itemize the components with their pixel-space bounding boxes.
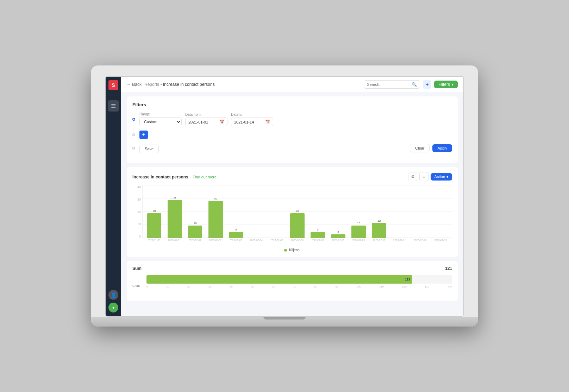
h-bar-value: 121 xyxy=(405,278,410,281)
h-axis-label: 80 xyxy=(314,285,317,288)
action-chevron-icon: ▾ xyxy=(446,175,449,179)
sidebar-bottom: 👤 ● xyxy=(108,290,118,312)
app-layout: S ☰ 👤 ● ← Ba xyxy=(106,77,463,316)
bar-item[interactable]: 20 xyxy=(144,209,164,238)
bar-item[interactable] xyxy=(389,185,410,238)
add-button[interactable]: + xyxy=(423,80,431,89)
chart-section: Increase in contact persons Find out mor… xyxy=(127,167,458,257)
status-indicator[interactable]: ● xyxy=(108,303,118,312)
sum-section: Sum 121 Clent 121 0102030405060708090100… xyxy=(127,261,458,301)
bar-item[interactable]: 31 xyxy=(164,196,185,238)
bar-item[interactable] xyxy=(267,185,287,238)
search-box[interactable]: 🔍 xyxy=(364,80,420,89)
range-select[interactable]: Custom xyxy=(139,117,182,126)
x-axis-label: 2023-02-05 xyxy=(267,239,287,245)
bar-label: 10 xyxy=(194,222,197,225)
filter-date-from-field: Data from 2021-01-01 📅 xyxy=(185,113,227,126)
bar-item[interactable]: 5 xyxy=(226,228,246,238)
bar-label: 5 xyxy=(235,228,237,231)
h-axis-label: 40 xyxy=(230,285,233,288)
chart-y-axis: 010203040 xyxy=(132,185,142,238)
settings-icon: ⚙ xyxy=(411,174,415,179)
filters-section-title: Filters xyxy=(132,102,452,107)
avatar[interactable]: 👤 xyxy=(108,290,118,300)
breadcrumb-parent[interactable]: Reports xyxy=(144,82,159,87)
chart-header: Increase in contact persons Find out mor… xyxy=(132,172,452,181)
laptop-base xyxy=(91,317,478,327)
apply-button[interactable]: Apply xyxy=(432,144,452,152)
bar-item[interactable]: 30 xyxy=(205,197,226,238)
chart-star-icon[interactable]: ☆ xyxy=(419,172,429,181)
date-from-label: Data from xyxy=(185,113,227,116)
chart-settings-icon[interactable]: ⚙ xyxy=(408,172,417,181)
date-to-input[interactable]: 2021-01-14 📅 xyxy=(231,118,273,126)
chart-header-left: Increase in contact persons Find out mor… xyxy=(132,173,217,180)
bar-label: 5 xyxy=(317,228,318,231)
bar xyxy=(351,226,366,238)
x-axis-label: 2023-02-08 xyxy=(328,239,348,245)
action-dropdown-button[interactable]: Action ▾ xyxy=(431,173,452,181)
calendar-to-icon: 📅 xyxy=(265,120,270,124)
online-icon: ● xyxy=(112,305,114,310)
bar-item[interactable]: 3 xyxy=(328,230,349,238)
sum-title: Sum xyxy=(132,266,142,271)
breadcrumb-separator: • xyxy=(160,82,163,87)
filter-row-add: + xyxy=(132,131,452,139)
bar-label: 20 xyxy=(153,209,156,213)
h-axis-label: 10 xyxy=(166,285,169,288)
y-axis-label: 20 xyxy=(132,210,142,214)
sum-total: 121 xyxy=(445,266,452,271)
avatar-icon: 👤 xyxy=(111,292,117,298)
chart-grid-area: 20311030520531012 xyxy=(142,185,452,238)
bar-item[interactable]: 12 xyxy=(369,219,389,238)
bar-label: 20 xyxy=(296,209,299,213)
bar-item[interactable]: 10 xyxy=(185,222,205,238)
chart-actions: ⚙ ☆ Action ▾ xyxy=(408,172,452,181)
bar-label: 12 xyxy=(377,219,381,222)
x-axis-label: 2023-02-01 xyxy=(185,239,205,245)
date-from-input[interactable]: 2021-01-01 📅 xyxy=(185,118,227,126)
x-axis-label: 2023-02-10 xyxy=(369,239,389,245)
x-axis-label: 2023-02-07 xyxy=(307,239,328,245)
chart-legend: Klijenci xyxy=(132,248,452,252)
sidebar-logo[interactable]: S xyxy=(108,80,118,90)
add-filter-button[interactable]: + xyxy=(139,131,148,139)
search-input[interactable] xyxy=(367,82,410,87)
find-out-more-link[interactable]: Find out more xyxy=(193,175,217,179)
sidebar-nav-icon[interactable]: ☰ xyxy=(108,100,119,112)
filters-label: Filters xyxy=(438,82,450,87)
top-bar-right: 🔍 + Filters ▾ xyxy=(364,80,458,89)
h-bar-track: 121 xyxy=(146,275,452,284)
back-button[interactable]: ← Back xyxy=(127,82,142,87)
date-from-value: 2021-01-01 xyxy=(188,120,208,124)
filters-button[interactable]: Filters ▾ xyxy=(434,81,458,88)
h-axis-label: 130 xyxy=(425,285,429,288)
x-axis-label: 2023-02-06 xyxy=(287,239,307,245)
filter-group-date: Range Custom Data from 2021-01-01 xyxy=(139,112,273,126)
filter-row-actions: Save Clear Apply xyxy=(132,143,452,153)
save-button[interactable]: Save xyxy=(139,145,159,153)
laptop-shell: S ☰ 👤 ● ← Ba xyxy=(91,65,478,327)
bar-item[interactable] xyxy=(430,185,451,238)
bar-item[interactable] xyxy=(246,185,267,238)
x-labels-row: 2023-01-302023-01-312023-02-012023-02-02… xyxy=(142,239,452,245)
h-bar-label: Clent xyxy=(132,284,140,287)
filters-section: Filters Range Custom xyxy=(127,96,458,163)
horizontal-bar-container: Clent 121 010203040506070809010011012013… xyxy=(132,275,452,296)
bar-item[interactable]: 10 xyxy=(349,222,369,238)
action-label: Action xyxy=(434,175,445,179)
clear-button[interactable]: Clear xyxy=(410,144,430,152)
bar-item[interactable]: 20 xyxy=(287,209,307,238)
filter-date-to-field: Data to 2021-01-14 📅 xyxy=(231,113,273,126)
h-axis-label: 20 xyxy=(187,285,190,288)
page-body: Filters Range Custom xyxy=(121,92,463,316)
x-axis-label: 2023-02-13 xyxy=(430,239,451,245)
bars-row: 20311030520531012 xyxy=(143,185,452,238)
bar-item[interactable]: 5 xyxy=(308,228,328,238)
bar xyxy=(188,226,202,238)
date-to-value: 2021-01-14 xyxy=(234,120,254,124)
x-axis-label: 2023-02-02 xyxy=(205,239,225,245)
bar-item[interactable] xyxy=(410,185,430,238)
date-to-label: Data to xyxy=(231,113,273,116)
h-axis-label: 60 xyxy=(272,285,275,288)
